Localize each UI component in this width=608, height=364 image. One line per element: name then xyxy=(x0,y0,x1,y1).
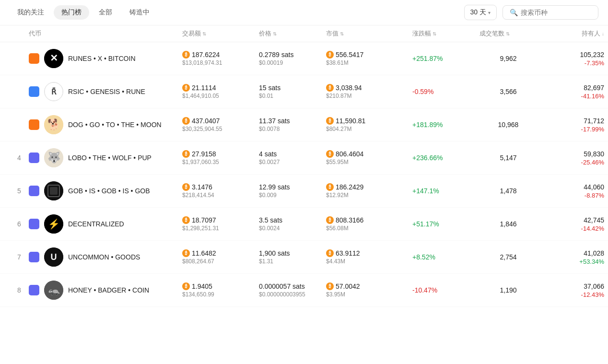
holders-change: +53.34% xyxy=(579,258,604,265)
prefix-icon xyxy=(29,252,39,262)
price-sub: $0.00019 xyxy=(259,59,326,66)
holders-col: 37,066 -12.43% xyxy=(537,282,604,298)
price-sub: $0.0024 xyxy=(259,225,326,232)
price-sub: $0.01 xyxy=(259,93,326,99)
mcap-amount: ₿ 3,038.94 xyxy=(326,84,412,92)
change-col: +181.89% xyxy=(412,121,479,129)
volume-amount: ₿ 1.9405 xyxy=(182,282,259,290)
change-value: +8.52% xyxy=(412,253,435,261)
holders-change: -8.87% xyxy=(585,192,604,199)
price-col: 4 sats $0.0027 xyxy=(259,150,326,165)
svg-rect-16 xyxy=(29,219,39,229)
header-trades[interactable]: 成交笔数 ⇅ xyxy=(479,29,537,38)
prefix-icon xyxy=(29,119,39,130)
mcap-col: ₿ 57.0042 $3.95M xyxy=(326,282,412,298)
price-sub: $0.009 xyxy=(259,192,326,199)
btc-icon: ₿ xyxy=(182,282,190,290)
holders-change: -41.16% xyxy=(581,93,604,100)
table-row[interactable]: 🐕DOG • GO • TO • THE • MOON ₿ 437.0407 $… xyxy=(0,108,608,141)
holders-col: 42,745 -14.42% xyxy=(537,216,604,232)
price-sub: $0.0027 xyxy=(259,159,326,165)
svg-rect-6 xyxy=(29,119,39,130)
header-volume[interactable]: 交易额 ⇅ xyxy=(182,29,259,38)
price-col: 15 sats $0.01 xyxy=(259,84,326,99)
rank-cell: 5 xyxy=(10,187,29,195)
table-row[interactable]: 5GOB • IS • GOB • IS • GOB ₿ 3.1476 $218… xyxy=(0,175,608,208)
holders-count: 59,830 xyxy=(584,150,604,158)
mcap-col: ₿ 63.9112 $4.43M xyxy=(326,249,412,265)
search-box[interactable]: 🔍 xyxy=(503,5,598,20)
change-col: -10.47% xyxy=(412,286,479,294)
header-change[interactable]: 涨跌幅 ⇅ xyxy=(412,29,479,38)
header-rank xyxy=(10,29,29,38)
coin-info: ⚡DECENTRALIZED xyxy=(29,214,182,234)
mcap-amount: ₿ 57.0042 xyxy=(326,282,412,290)
table-row[interactable]: 4🐺LOBO • THE • WOLF • PUP ₿ 27.9158 $1,9… xyxy=(0,141,608,175)
mcap-col: ₿ 556.5417 $38.61M xyxy=(326,51,412,66)
mcap-sub: $210.87M xyxy=(326,93,412,99)
holders-col: 105,232 -7.35% xyxy=(537,51,604,67)
volume-col: ₿ 18.7097 $1,298,251.31 xyxy=(182,216,259,232)
svg-rect-22 xyxy=(29,285,39,295)
svg-rect-19 xyxy=(29,252,39,262)
prefix-icon xyxy=(29,153,39,163)
price-main: 0.2789 sats xyxy=(259,51,326,59)
header-price[interactable]: 价格 ⇅ xyxy=(259,29,326,38)
holders-col: 44,060 -8.87% xyxy=(537,183,604,199)
price-main: 15 sats xyxy=(259,84,326,92)
table-row[interactable]: 7UUNCOMMON • GOODS ₿ 11.6482 $808,264.67… xyxy=(0,241,608,274)
tab-all[interactable]: 全部 xyxy=(91,5,120,20)
price-main: 11.37 sats xyxy=(259,117,326,125)
header-holders[interactable]: 持有人 ↓ xyxy=(537,29,604,38)
sort-change-icon: ⇅ xyxy=(433,31,436,36)
btc-icon: ₿ xyxy=(326,183,334,191)
table-body: ✕RUNES • X • BITCOIN ₿ 187.6224 $13,018,… xyxy=(0,42,608,307)
prefix-icon xyxy=(29,53,39,64)
volume-col: ₿ 21.1114 $1,464,910.05 xyxy=(182,84,259,99)
holders-change: -17.99% xyxy=(581,126,604,133)
time-select[interactable]: 30 天 ▾ xyxy=(464,5,497,20)
volume-col: ₿ 437.0407 $30,325,904.55 xyxy=(182,117,259,132)
header-coin: 代币 xyxy=(29,29,182,38)
table-row[interactable]: ✕RUNES • X • BITCOIN ₿ 187.6224 $13,018,… xyxy=(0,42,608,75)
table-row[interactable]: R̈RSIC • GENESIS • RUNE ₿ 21.1114 $1,464… xyxy=(0,75,608,108)
tab-watchlist[interactable]: 我的关注 xyxy=(10,5,52,20)
table-row[interactable]: 6⚡DECENTRALIZED ₿ 18.7097 $1,298,251.31 … xyxy=(0,208,608,241)
price-main: 3.5 sats xyxy=(259,216,326,224)
mcap-col: ₿ 186.2429 $12.92M xyxy=(326,183,412,199)
change-value: +181.89% xyxy=(412,121,443,129)
mcap-sub: $56.08M xyxy=(326,225,412,232)
header-marketcap[interactable]: 市值 ⇅ xyxy=(326,29,412,38)
svg-rect-15 xyxy=(50,187,58,195)
tab-hot[interactable]: 热门榜 xyxy=(54,5,89,20)
table-row[interactable]: 8🦡HONEY • BADGER • COIN ₿ 1.9405 $134,65… xyxy=(0,274,608,307)
svg-rect-0 xyxy=(29,53,39,64)
mcap-col: ₿ 11,590.81 $804.27M xyxy=(326,117,412,132)
change-value: +147.1% xyxy=(412,187,439,195)
search-input[interactable] xyxy=(521,9,591,16)
svg-text:🐕: 🐕 xyxy=(47,118,61,131)
price-col: 12.99 sats $0.009 xyxy=(259,183,326,199)
volume-sub: $1,298,251.31 xyxy=(182,225,259,232)
volume-amount: ₿ 11.6482 xyxy=(182,249,259,257)
sort-price-icon: ⇅ xyxy=(273,31,277,36)
volume-sub: $30,325,904.55 xyxy=(182,126,259,132)
mcap-amount: ₿ 806.4604 xyxy=(326,150,412,158)
mcap-sub: $38.61M xyxy=(326,59,412,66)
svg-rect-9 xyxy=(29,153,39,163)
trades-col: 10,968 xyxy=(479,121,537,129)
holders-count: 71,712 xyxy=(584,117,604,125)
mcap-amount: ₿ 808.3166 xyxy=(326,216,412,224)
price-sub: $1.31 xyxy=(259,258,326,265)
coin-name: LOBO • THE • WOLF • PUP xyxy=(68,154,152,162)
coin-avatar: R̈ xyxy=(44,82,63,101)
tab-minting[interactable]: 铸造中 xyxy=(122,5,157,20)
price-main: 0.0000057 sats xyxy=(259,282,326,290)
volume-amount: ₿ 437.0407 xyxy=(182,117,259,125)
trades-col: 2,754 xyxy=(479,253,537,261)
change-value: -10.47% xyxy=(412,286,437,294)
mcap-amount: ₿ 63.9112 xyxy=(326,249,412,257)
change-value: +236.66% xyxy=(412,154,443,162)
volume-sub: $218,414.54 xyxy=(182,192,259,199)
holders-col: 71,712 -17.99% xyxy=(537,117,604,133)
